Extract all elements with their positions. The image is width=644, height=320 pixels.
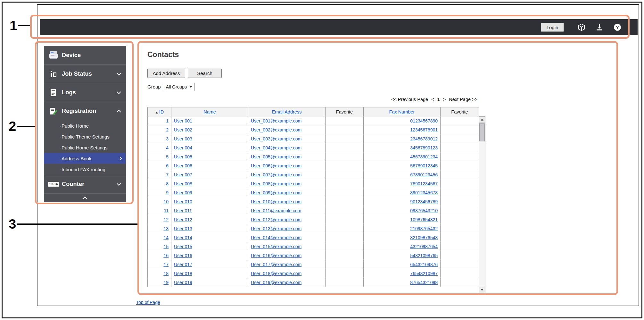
sidebar-item-registration[interactable]: Registration bbox=[44, 102, 126, 120]
contact-email-link[interactable]: User_010@example.com bbox=[251, 199, 301, 204]
sidebar-item-address-book[interactable]: -Address Book bbox=[44, 153, 126, 164]
contact-name-link[interactable]: User 016 bbox=[174, 253, 192, 258]
header-fax-link[interactable]: Fax Number bbox=[389, 109, 415, 114]
contact-email-link[interactable]: User_015@example.com bbox=[251, 244, 301, 249]
sidebar-item-job-status[interactable]: Job Status bbox=[44, 64, 126, 83]
add-address-button[interactable]: Add Address bbox=[147, 69, 185, 78]
contact-email-link[interactable]: User_012@example.com bbox=[251, 217, 301, 222]
contact-fax-link[interactable]: 01234567890 bbox=[410, 118, 438, 123]
scroll-down-button[interactable] bbox=[479, 287, 485, 293]
contact-email-link[interactable]: User_006@example.com bbox=[251, 163, 301, 168]
contact-fax-link[interactable]: 67890123456 bbox=[410, 172, 438, 177]
scroll-up-button[interactable] bbox=[479, 117, 485, 123]
contact-email-link[interactable]: User_007@example.com bbox=[251, 172, 301, 177]
contact-name-link[interactable]: User 019 bbox=[174, 280, 192, 285]
contact-name-link[interactable]: User 013 bbox=[174, 226, 192, 231]
contact-name-link[interactable]: User 009 bbox=[174, 190, 192, 195]
contact-id-link[interactable]: 12 bbox=[163, 217, 169, 222]
contact-name-link[interactable]: User 007 bbox=[174, 172, 192, 177]
contact-fax-link[interactable]: 45678901234 bbox=[410, 154, 438, 159]
contact-id-link[interactable]: 2 bbox=[166, 127, 169, 132]
contact-fax-link[interactable]: 90123456789 bbox=[410, 199, 438, 204]
contact-email-link[interactable]: User_016@example.com bbox=[251, 253, 301, 258]
contact-name-link[interactable]: User 014 bbox=[174, 235, 192, 240]
download-icon[interactable] bbox=[595, 23, 604, 31]
header-id-link[interactable]: ID bbox=[159, 109, 164, 114]
contact-id-link[interactable]: 11 bbox=[164, 208, 169, 213]
contact-name-link[interactable]: User 006 bbox=[174, 163, 192, 168]
contact-email-link[interactable]: User_009@example.com bbox=[251, 190, 301, 195]
contact-fax-link[interactable]: 12345678901 bbox=[410, 127, 438, 132]
contact-name-link[interactable]: User 017 bbox=[174, 262, 192, 267]
group-select[interactable]: All Groups bbox=[164, 83, 194, 91]
contact-name-link[interactable]: User 010 bbox=[174, 199, 192, 204]
sidebar-item-inbound-fax-routing[interactable]: -Inbound FAX routing bbox=[44, 164, 126, 175]
contact-email-link[interactable]: User_014@example.com bbox=[251, 235, 301, 240]
sidebar-item-public-theme-settings[interactable]: -Public Theme Settings bbox=[44, 131, 126, 142]
contact-id-link[interactable]: 13 bbox=[163, 226, 169, 231]
contact-email-link[interactable]: User_011@example.com bbox=[251, 208, 301, 213]
contact-id-link[interactable]: 9 bbox=[166, 190, 169, 195]
contact-name-link[interactable]: User 008 bbox=[174, 181, 192, 186]
contact-name-link[interactable]: User 004 bbox=[174, 145, 192, 150]
scrollbar-thumb[interactable] bbox=[479, 123, 485, 141]
contact-name-link[interactable]: User 003 bbox=[174, 136, 192, 141]
contact-fax-link[interactable]: 89012345678 bbox=[410, 190, 438, 195]
contact-id-link[interactable]: 4 bbox=[166, 145, 169, 150]
vertical-scrollbar[interactable] bbox=[479, 116, 485, 293]
contact-id-link[interactable]: 15 bbox=[163, 244, 169, 249]
contact-id-link[interactable]: 5 bbox=[166, 154, 169, 159]
contact-name-link[interactable]: User 002 bbox=[174, 127, 192, 132]
contact-name-link[interactable]: User 001 bbox=[174, 118, 192, 123]
contact-id-link[interactable]: 19 bbox=[163, 280, 169, 285]
contact-id-link[interactable]: 10 bbox=[163, 199, 169, 204]
contact-id-link[interactable]: 7 bbox=[166, 172, 169, 177]
contact-fax-link[interactable]: 56789012345 bbox=[410, 163, 438, 168]
sidebar-collapse-button[interactable] bbox=[44, 193, 126, 203]
contact-email-link[interactable]: User_018@example.com bbox=[251, 271, 301, 276]
contact-email-link[interactable]: User_019@example.com bbox=[251, 280, 301, 285]
contact-fax-link[interactable]: 34567890123 bbox=[410, 145, 438, 150]
contact-id-link[interactable]: 6 bbox=[166, 163, 169, 168]
contact-fax-link[interactable]: 32109876543 bbox=[410, 235, 438, 240]
sidebar-item-public-home-settings[interactable]: -Public Home Settings bbox=[44, 142, 126, 153]
contact-fax-link[interactable]: 21098765432 bbox=[410, 226, 438, 231]
contact-name-link[interactable]: User 012 bbox=[174, 217, 192, 222]
next-single-link[interactable]: > bbox=[443, 97, 446, 102]
top-of-page-link[interactable]: Top of Page bbox=[136, 300, 160, 305]
sidebar-item-logs[interactable]: Logs bbox=[44, 83, 126, 102]
next-page-link[interactable]: Next Page >> bbox=[449, 97, 477, 102]
contact-email-link[interactable]: User_003@example.com bbox=[251, 136, 301, 141]
contact-id-link[interactable]: 8 bbox=[166, 181, 169, 186]
previous-single-link[interactable]: < bbox=[431, 97, 434, 102]
contact-email-link[interactable]: User_017@example.com bbox=[251, 262, 301, 267]
contact-email-link[interactable]: User_008@example.com bbox=[251, 181, 301, 186]
contact-id-link[interactable]: 16 bbox=[163, 253, 169, 258]
contact-fax-link[interactable]: 78901234567 bbox=[410, 181, 438, 186]
contact-name-link[interactable]: User 011 bbox=[174, 208, 192, 213]
contact-email-link[interactable]: User_005@example.com bbox=[251, 154, 301, 159]
contact-id-link[interactable]: 1 bbox=[166, 118, 169, 123]
contact-id-link[interactable]: 18 bbox=[163, 271, 169, 276]
previous-page-link[interactable]: << Previous Page bbox=[391, 97, 428, 102]
contact-fax-link[interactable]: 43210987654 bbox=[410, 244, 438, 249]
contact-name-link[interactable]: User 015 bbox=[174, 244, 192, 249]
contact-fax-link[interactable]: 09876543210 bbox=[410, 208, 438, 213]
search-button[interactable]: Search bbox=[188, 69, 222, 78]
contact-fax-link[interactable]: 10987654321 bbox=[410, 217, 438, 222]
contact-fax-link[interactable]: 23456789012 bbox=[410, 136, 438, 141]
contact-email-link[interactable]: User_002@example.com bbox=[251, 127, 301, 132]
contact-email-link[interactable]: User_004@example.com bbox=[251, 145, 301, 150]
header-name-link[interactable]: Name bbox=[203, 109, 216, 114]
help-icon[interactable]: ? bbox=[613, 23, 622, 31]
sidebar-item-public-home[interactable]: -Public Home bbox=[44, 120, 126, 131]
contact-fax-link[interactable]: 76543210987 bbox=[410, 271, 438, 276]
contact-fax-link[interactable]: 65432109876 bbox=[410, 262, 438, 267]
contact-fax-link[interactable]: 54321098765 bbox=[410, 253, 438, 258]
contact-id-link[interactable]: 17 bbox=[163, 262, 169, 267]
contact-id-link[interactable]: 3 bbox=[166, 136, 169, 141]
sidebar-item-counter[interactable]: 1234 Counter bbox=[44, 175, 126, 193]
package-icon[interactable] bbox=[577, 23, 586, 31]
sidebar-item-device[interactable]: Device bbox=[44, 46, 126, 64]
contact-email-link[interactable]: User_013@example.com bbox=[251, 226, 301, 231]
